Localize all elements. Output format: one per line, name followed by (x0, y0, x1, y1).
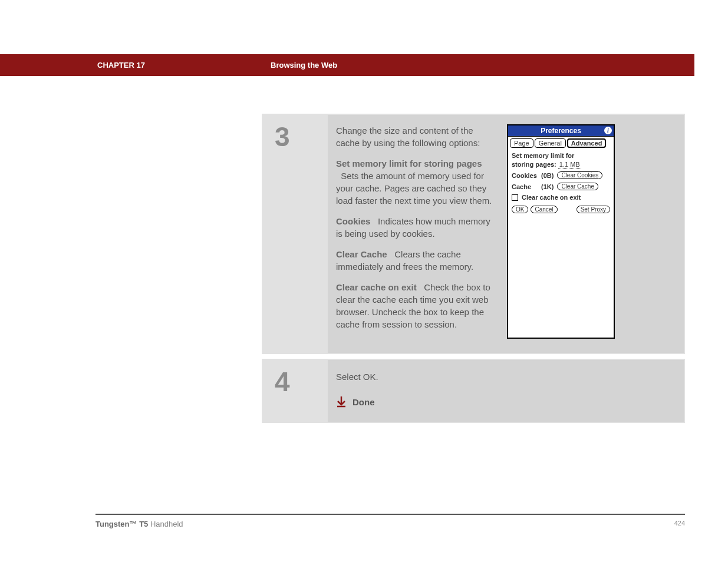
step-3-block: 3 Change the size and content of the cac… (262, 114, 685, 354)
option-label: Cookies (336, 216, 370, 226)
chapter-header: CHAPTER 17 Browsing the Web (0, 54, 694, 76)
step-3-text: Change the size and content of the cache… (336, 124, 496, 339)
cookies-label: Cookies (512, 172, 538, 179)
footer-product-name: Tungsten™ T5 (95, 520, 148, 528)
chapter-label: CHAPTER 17 (97, 61, 145, 70)
preferences-dialog: Preferences i Page General Advanced Set … (507, 124, 615, 339)
dialog-footer: OK Cancel Set Proxy (512, 206, 610, 213)
step-3-body: Change the size and content of the cache… (328, 115, 684, 353)
page-footer: Tungsten™ T5 Handheld 424 (95, 514, 685, 528)
info-icon[interactable]: i (604, 127, 612, 134)
cache-size: (1K) (541, 183, 554, 190)
clear-on-exit-checkbox[interactable] (512, 194, 518, 201)
step-4-number: 4 (275, 368, 328, 395)
dialog-tabs: Page General Advanced (508, 137, 614, 148)
step-3-number: 3 (275, 123, 328, 150)
clear-cookies-button[interactable]: Clear Cookies (557, 171, 602, 179)
clear-cache-button[interactable]: Clear Cache (557, 183, 598, 190)
step-4-text: Select OK. (336, 372, 673, 382)
option-clear-on-exit: Clear cache on exit Check the box to cle… (336, 281, 496, 330)
option-cookies: Cookies Indicates how much memory is bei… (336, 215, 496, 240)
cache-row: Cache (1K) Clear Cache (512, 183, 610, 190)
footer-product-type: Handheld (148, 520, 183, 528)
dialog-titlebar: Preferences i (508, 125, 614, 137)
option-label: Clear cache on exit (336, 282, 417, 292)
tab-advanced[interactable]: Advanced (567, 138, 607, 148)
step-number-column: 3 (263, 115, 328, 353)
done-arrow-icon (336, 396, 347, 408)
done-label: Done (353, 397, 375, 407)
option-label: Clear Cache (336, 249, 387, 259)
memory-limit-label-2: storing pages: 1.1 MB (512, 161, 610, 168)
step-number-column: 4 (263, 360, 328, 422)
footer-page-number: 424 (674, 520, 685, 528)
memory-limit-label-text: storing pages: (512, 161, 556, 168)
tab-page[interactable]: Page (510, 138, 533, 148)
chapter-title: Browsing the Web (271, 61, 337, 70)
dialog-title: Preferences (541, 127, 581, 135)
cache-label: Cache (512, 183, 538, 190)
content-area: 3 Change the size and content of the cac… (262, 114, 685, 428)
clear-on-exit-row: Clear cache on exit (512, 194, 610, 201)
cookies-size: (0B) (541, 172, 554, 179)
cancel-button[interactable]: Cancel (531, 206, 557, 213)
option-desc: Sets the amount of memory used for your … (336, 171, 492, 206)
memory-limit-label-1: Set memory limit for (512, 152, 610, 159)
cookies-row: Cookies (0B) Clear Cookies (512, 171, 610, 179)
dialog-body: Set memory limit for storing pages: 1.1 … (508, 148, 614, 217)
footer-product: Tungsten™ T5 Handheld (95, 520, 183, 528)
set-proxy-button[interactable]: Set Proxy (577, 206, 610, 213)
tab-general[interactable]: General (535, 138, 566, 148)
option-memory-limit: Set memory limit for storing pages Sets … (336, 157, 496, 207)
done-row: Done (336, 396, 673, 408)
ok-button[interactable]: OK (512, 206, 528, 213)
clear-on-exit-label: Clear cache on exit (522, 194, 581, 201)
step-4-body: Select OK. Done (328, 360, 684, 422)
option-label: Set memory limit for storing pages (336, 158, 482, 168)
step-4-block: 4 Select OK. Done (262, 359, 685, 423)
memory-limit-value[interactable]: 1.1 MB (558, 161, 581, 168)
option-clear-cache: Clear Cache Clears the cache immediately… (336, 248, 496, 273)
step-3-intro: Change the size and content of the cache… (336, 124, 496, 149)
